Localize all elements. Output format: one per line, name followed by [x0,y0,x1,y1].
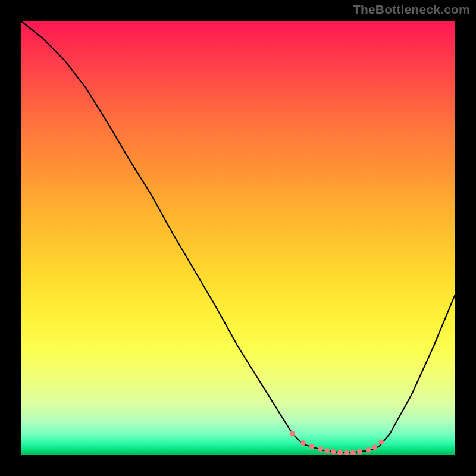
attribution-label: TheBottleneck.com [353,2,470,17]
bottleneck-curve [21,21,455,453]
flat-region-marker [378,440,384,445]
flat-region-marker [324,448,330,453]
flat-region-marker [366,447,371,453]
plot-area [21,21,455,455]
flat-region-marker [337,450,343,455]
flat-region-marker [331,449,336,455]
chart-svg [21,21,455,455]
flat-region-marker [344,450,349,455]
flat-region-marker [350,450,356,455]
flat-region-marker [309,444,315,449]
flat-region-marker [290,431,295,436]
flat-region-marker [318,446,323,452]
flat-region-marker [300,440,306,446]
flat-region-marker [357,449,362,455]
chart-frame: TheBottleneck.com [0,0,476,476]
flat-region-marker [372,444,377,450]
